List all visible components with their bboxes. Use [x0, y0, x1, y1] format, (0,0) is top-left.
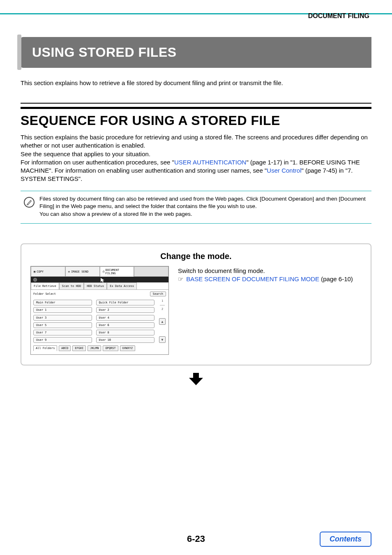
user-authentication-link[interactable]: USER AUTHENTICATION	[174, 159, 247, 166]
subtab-ex-data[interactable]: Ex Data Access	[107, 282, 137, 289]
heading-sequence: SEQUENCE FOR USING A STORED FILE	[21, 107, 371, 128]
search-button[interactable]: Search	[150, 291, 166, 296]
user-control-link[interactable]: User Control	[267, 167, 301, 174]
filter-tab[interactable]: JKLMN	[88, 345, 101, 351]
step-instruction: Switch to document filing mode.	[178, 267, 353, 275]
filter-tab[interactable]: All Folders	[33, 345, 57, 351]
folder-button[interactable]: User 7	[33, 330, 92, 335]
folder-button[interactable]: User 10	[96, 337, 155, 343]
base-screen-link[interactable]: BASE SCREEN OF DOCUMENT FILING MODE	[186, 275, 319, 282]
folder-button[interactable]: User 6	[96, 322, 155, 328]
subtab-scan-hdd[interactable]: Scan to HDD	[59, 282, 84, 289]
folder-button[interactable]: User 8	[96, 330, 155, 335]
filter-tab[interactable]: EFGHI	[72, 345, 86, 351]
folder-button[interactable]: User 1	[33, 307, 92, 313]
mock-toolbar	[31, 277, 168, 282]
main-folder-button[interactable]: Main Folder	[33, 300, 92, 305]
folder-button[interactable]: User 4	[96, 315, 155, 321]
contents-button[interactable]: Contents	[320, 532, 371, 547]
filter-tab[interactable]: ABCD	[59, 345, 71, 351]
down-arrow-icon	[21, 373, 371, 387]
folder-button[interactable]: User 3	[33, 315, 92, 321]
step-card: Change the mode. ▤COPY ✉IMAGE SEND ⎙DOCU…	[21, 243, 371, 365]
screen-mock: ▤COPY ✉IMAGE SEND ⎙DOCUMENT FILING File …	[30, 266, 169, 355]
section-banner: USING STORED FILES	[21, 37, 371, 68]
folder-button[interactable]: User 5	[33, 322, 92, 328]
scroll-down-button[interactable]: ▼	[159, 336, 166, 343]
folder-select-label: Folder Select	[33, 292, 56, 296]
status-dot-icon	[33, 278, 37, 282]
body-text: This section explains the basic procedur…	[21, 133, 371, 183]
step-link-tail: (page 6-10)	[319, 275, 353, 282]
folder-button[interactable]: User 9	[33, 337, 92, 343]
page-indicator-top: 1	[161, 300, 163, 303]
step-title: Change the mode.	[30, 252, 362, 261]
intro-text: This section explains how to retrieve a …	[21, 79, 371, 86]
filter-tab[interactable]: UVWXYZ	[120, 345, 135, 351]
subtab-hdd-status[interactable]: HDD Status	[84, 282, 107, 289]
folder-button[interactable]: User 2	[96, 307, 155, 313]
note-icon	[24, 197, 35, 208]
cursor-icon	[101, 277, 105, 282]
section-title: USING STORED FILES	[32, 45, 177, 60]
subtab-file-retrieve[interactable]: File Retrieve	[31, 282, 59, 289]
note-box: Files stored by document filing can also…	[21, 191, 371, 224]
tab-empty	[134, 266, 168, 277]
tab-copy[interactable]: ▤COPY	[31, 266, 65, 277]
quick-file-folder-button[interactable]: Quick File Folder	[96, 300, 155, 305]
pointer-icon: ☞	[178, 275, 183, 282]
tab-image-send[interactable]: ✉IMAGE SEND	[65, 266, 100, 277]
page-indicator-bottom: 2	[161, 308, 163, 311]
breadcrumb: DOCUMENT FILING	[308, 12, 369, 20]
tab-document-filing[interactable]: ⎙DOCUMENT FILING	[100, 266, 134, 277]
filter-tab[interactable]: OPQRST	[103, 345, 118, 351]
scroll-up-button[interactable]: ▲	[159, 318, 166, 325]
